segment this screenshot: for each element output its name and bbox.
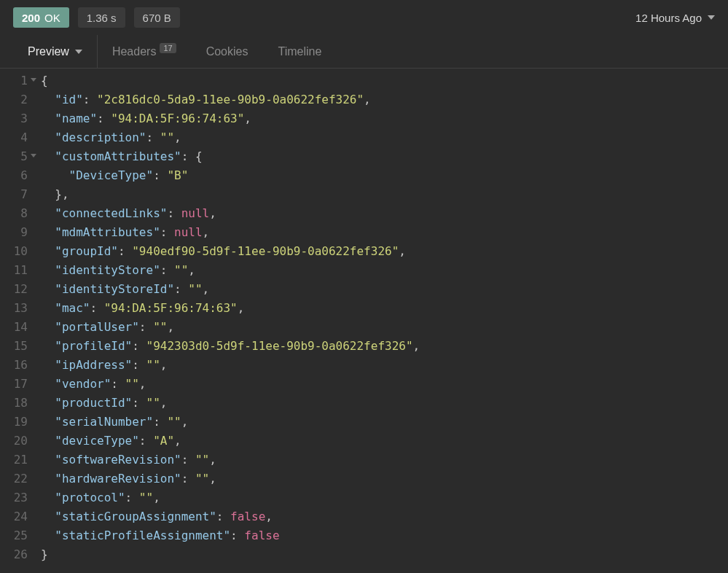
- tab-headers-label: Headers: [112, 45, 156, 58]
- code-line: "portalUser": "",: [41, 318, 420, 337]
- line-number: 8: [0, 204, 35, 223]
- line-number: 6: [0, 166, 35, 185]
- size-pill: 670 B: [134, 7, 180, 28]
- code-line: "identityStoreId": "",: [41, 280, 420, 299]
- tab-preview-label: Preview: [28, 45, 69, 58]
- code-line: },: [41, 185, 420, 204]
- line-number: 25: [0, 526, 35, 545]
- code-line: "vendor": "",: [41, 375, 420, 394]
- line-number: 14: [0, 318, 35, 337]
- status-badge: 200 OK: [13, 7, 69, 28]
- tab-timeline[interactable]: Timeline: [263, 35, 337, 68]
- code-line: "ipAddress": "",: [41, 356, 420, 375]
- headers-count-badge: 17: [160, 43, 176, 53]
- code-line: "deviceType": "A",: [41, 432, 420, 451]
- line-number: 1: [0, 71, 35, 90]
- tab-headers[interactable]: Headers 17: [98, 35, 192, 68]
- line-number: 10: [0, 242, 35, 261]
- tab-bar: Preview Headers 17 Cookies Timeline: [0, 35, 728, 69]
- chevron-down-icon: [708, 15, 715, 20]
- line-number: 20: [0, 432, 35, 451]
- code-line: "mdmAttributes": null,: [41, 223, 420, 242]
- line-number: 24: [0, 507, 35, 526]
- code-line: "mac": "94:DA:5F:96:74:63",: [41, 299, 420, 318]
- line-number: 21: [0, 451, 35, 469]
- code-line: "softwareRevision": "",: [41, 451, 420, 469]
- code-line: "serialNumber": "",: [41, 413, 420, 432]
- line-number: 23: [0, 488, 35, 507]
- code-line: "DeviceType": "B": [41, 166, 420, 185]
- line-number: 18: [0, 394, 35, 413]
- line-number: 5: [0, 147, 35, 166]
- code-body[interactable]: { "id": "2c816dc0-5da9-11ee-90b9-0a0622f…: [41, 71, 420, 564]
- line-number: 26: [0, 545, 35, 564]
- code-line: "connectedLinks": null,: [41, 204, 420, 223]
- code-line: "staticGroupAssignment": false,: [41, 507, 420, 526]
- code-line: "hardwareRevision": "",: [41, 469, 420, 488]
- line-number: 2: [0, 90, 35, 109]
- line-number: 9: [0, 223, 35, 242]
- line-number: 11: [0, 261, 35, 280]
- line-number: 13: [0, 299, 35, 318]
- timing-pill: 1.36 s: [78, 7, 125, 28]
- code-line: "profileId": "942303d0-5d9f-11ee-90b9-0a…: [41, 337, 420, 356]
- top-bar: 200 OK 1.36 s 670 B 12 Hours Ago: [0, 0, 728, 35]
- line-number: 19: [0, 413, 35, 432]
- tab-cookies-label: Cookies: [206, 45, 248, 58]
- code-line: "staticProfileAssignment": false: [41, 526, 420, 545]
- fold-icon[interactable]: [31, 154, 36, 157]
- line-number: 17: [0, 375, 35, 394]
- line-number: 16: [0, 356, 35, 375]
- code-line: }: [41, 545, 420, 564]
- code-line: "identityStore": "",: [41, 261, 420, 280]
- code-line: "customAttributes": {: [41, 147, 420, 166]
- line-number: 4: [0, 128, 35, 147]
- line-number: 22: [0, 469, 35, 488]
- code-line: "groupId": "940edf90-5d9f-11ee-90b9-0a06…: [41, 242, 420, 261]
- time-ago-label: 12 Hours Ago: [635, 12, 702, 24]
- fold-icon[interactable]: [31, 78, 36, 82]
- line-number: 3: [0, 109, 35, 128]
- tab-timeline-label: Timeline: [278, 45, 321, 58]
- status-code: 200: [22, 12, 40, 24]
- line-number: 15: [0, 337, 35, 356]
- code-line: "productId": "",: [41, 394, 420, 413]
- status-text: OK: [44, 12, 60, 24]
- chevron-down-icon: [75, 50, 82, 54]
- tab-preview[interactable]: Preview: [13, 35, 98, 68]
- code-line: "protocol": "",: [41, 488, 420, 507]
- line-number: 7: [0, 185, 35, 204]
- code-line: "name": "94:DA:5F:96:74:63",: [41, 109, 420, 128]
- json-preview: 1 2 3 4 5 6 7 8 9 10 11 12 13 14 15 16 1…: [0, 69, 728, 564]
- code-line: {: [41, 71, 420, 90]
- line-gutter: 1 2 3 4 5 6 7 8 9 10 11 12 13 14 15 16 1…: [0, 71, 41, 564]
- code-line: "description": "",: [41, 128, 420, 147]
- code-line: "id": "2c816dc0-5da9-11ee-90b9-0a0622fef…: [41, 90, 420, 109]
- time-ago-dropdown[interactable]: 12 Hours Ago: [635, 12, 715, 24]
- tab-cookies[interactable]: Cookies: [192, 35, 264, 68]
- line-number: 12: [0, 280, 35, 299]
